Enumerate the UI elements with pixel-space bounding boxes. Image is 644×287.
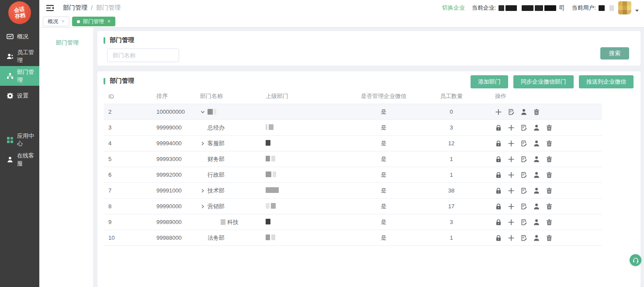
edit-icon[interactable] <box>520 234 527 242</box>
user-icon[interactable] <box>533 219 540 226</box>
table-action-button-0[interactable]: 添加部门 <box>471 75 508 88</box>
sidebar-item-support[interactable]: 在线客服 <box>0 150 39 169</box>
plus-icon[interactable] <box>508 172 515 178</box>
users-icon <box>7 53 14 60</box>
user-icon[interactable] <box>520 108 527 116</box>
user-icon[interactable] <box>533 234 540 242</box>
lock-icon[interactable] <box>495 219 502 226</box>
table-action-button-2[interactable]: 推送到企业微信 <box>579 75 634 88</box>
current-user: 当前用户: <box>571 1 639 14</box>
cell-parent-department <box>266 203 349 210</box>
department-name-input[interactable] <box>107 49 179 62</box>
trash-icon[interactable] <box>533 108 540 116</box>
tab-close-icon[interactable]: × <box>62 18 65 24</box>
table-header: ID排序部门名称上级部门是否管理企业微信员工数量操作 <box>104 89 602 104</box>
edit-icon[interactable] <box>520 124 527 131</box>
user-icon[interactable] <box>533 172 540 178</box>
cell-manage-wework: 是 <box>349 155 419 163</box>
cell-employee-count: 1 <box>419 234 484 241</box>
trash-icon[interactable] <box>546 234 553 242</box>
edit-icon[interactable] <box>520 187 527 194</box>
sidebar-item-gear[interactable]: 设置 <box>0 86 39 105</box>
edit-icon[interactable] <box>508 108 515 116</box>
lock-icon[interactable] <box>495 234 502 242</box>
lock-icon[interactable] <box>495 203 502 210</box>
sidebar-item-users[interactable]: 员工管理 <box>0 46 39 66</box>
redacted-block <box>266 124 267 130</box>
user-avatar[interactable] <box>618 1 631 14</box>
redacted-block <box>266 140 270 146</box>
cell-actions <box>484 203 602 210</box>
tab-label: 概况 <box>48 18 58 25</box>
switch-company-link[interactable]: 切换企业 <box>442 4 465 12</box>
sidebar-item-chart[interactable]: 概况 <box>0 27 39 46</box>
plus-icon[interactable] <box>508 187 515 194</box>
lock-icon[interactable] <box>495 124 502 131</box>
redacted-block <box>535 5 543 11</box>
lock-icon[interactable] <box>495 172 502 178</box>
search-button[interactable]: 搜索 <box>600 47 629 60</box>
search-card-title-row: 部门管理 <box>104 36 641 44</box>
user-menu-caret-icon[interactable] <box>635 10 639 12</box>
table-action-button-1[interactable]: 同步企业微信部门 <box>513 75 574 88</box>
tab-1[interactable]: 部门管理× <box>72 17 115 26</box>
tab-close-icon[interactable]: × <box>107 18 111 24</box>
trash-icon[interactable] <box>546 124 553 131</box>
edit-icon[interactable] <box>520 203 527 210</box>
online-support-button[interactable] <box>630 254 641 266</box>
plus-icon[interactable] <box>508 140 515 147</box>
trash-icon[interactable] <box>546 187 553 194</box>
lock-icon[interactable] <box>495 187 502 194</box>
plus-icon[interactable] <box>508 156 515 163</box>
department-name: 总经办 <box>208 124 225 132</box>
edit-icon[interactable] <box>520 140 527 147</box>
chevron-down-icon[interactable] <box>200 109 205 115</box>
trash-icon[interactable] <box>546 156 553 163</box>
department-name: 行政部 <box>208 171 225 179</box>
plus-icon[interactable] <box>508 219 515 226</box>
sidebar-item-apps[interactable]: 应用中心 <box>0 130 39 150</box>
sidebar-item-org[interactable]: 部门管理 <box>0 66 39 86</box>
trash-icon[interactable] <box>546 140 553 147</box>
redacted-block <box>609 5 614 11</box>
submenu-item-department[interactable]: 部门管理 <box>56 39 93 47</box>
redacted-block <box>599 5 605 11</box>
trash-icon[interactable] <box>546 172 553 178</box>
edit-icon[interactable] <box>520 172 527 178</box>
app-logo[interactable]: 会话 存档 <box>8 1 31 24</box>
user-icon[interactable] <box>533 156 540 163</box>
trash-icon[interactable] <box>546 203 553 210</box>
submenu: 部门管理 <box>39 28 93 287</box>
cell-parent-department <box>266 219 349 226</box>
trash-icon[interactable] <box>546 219 553 226</box>
user-icon[interactable] <box>533 187 540 194</box>
fold-menu-icon[interactable] <box>46 5 54 11</box>
chevron-right-icon[interactable] <box>200 188 205 193</box>
user-icon[interactable] <box>533 203 540 210</box>
cell-id: 2 <box>104 108 156 115</box>
redacted-block <box>266 172 271 177</box>
cell-parent-department <box>266 156 349 163</box>
cell-employee-count: 1 <box>419 156 484 162</box>
user-icon[interactable] <box>533 140 540 147</box>
breadcrumb: 部门管理 / 部门管理 <box>63 4 121 12</box>
edit-icon[interactable] <box>520 156 527 163</box>
cell-department-name: 客服部 <box>200 140 266 147</box>
lock-icon[interactable] <box>495 156 502 163</box>
plus-icon[interactable] <box>508 203 515 210</box>
table-row: 799991000技术部是38 <box>104 183 602 199</box>
chevron-right-icon[interactable] <box>200 141 205 146</box>
plus-icon[interactable] <box>508 124 515 131</box>
cell-employee-count: 38 <box>419 187 484 194</box>
breadcrumb-parent[interactable]: 部门管理 <box>63 4 87 12</box>
cell-sort: 100000000 <box>156 108 200 115</box>
topbar-right: 切换企业 当前企业: 司 当前用户: <box>442 1 639 14</box>
user-icon[interactable] <box>533 124 540 131</box>
plus-icon[interactable] <box>508 234 515 242</box>
edit-icon[interactable] <box>520 219 527 226</box>
lock-icon[interactable] <box>495 140 502 147</box>
department-table: ID排序部门名称上级部门是否管理企业微信员工数量操作 2100000000是03… <box>104 89 602 246</box>
tab-0[interactable]: 概况× <box>43 17 69 26</box>
chevron-right-icon[interactable] <box>200 204 205 209</box>
plus-icon[interactable] <box>495 108 502 116</box>
